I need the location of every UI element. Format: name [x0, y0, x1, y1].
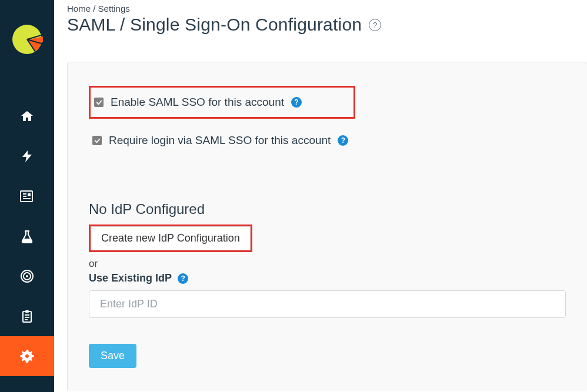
idp-id-input[interactable]: [89, 290, 566, 318]
breadcrumb: Home / Settings: [67, 4, 587, 14]
page-title-row: SAML / Single Sign-On Configuration: [67, 15, 587, 35]
check-icon: [96, 99, 102, 106]
home-icon: [20, 109, 34, 123]
page-title: SAML / Single Sign-On Configuration: [67, 15, 362, 35]
breadcrumb-home[interactable]: Home: [67, 4, 91, 14]
save-button[interactable]: Save: [89, 344, 136, 368]
use-existing-row: Use Existing IdP: [89, 272, 566, 284]
gear-icon: [19, 349, 35, 364]
check-icon: [94, 138, 101, 144]
use-existing-label: Use Existing IdP: [89, 272, 172, 284]
enable-saml-help-icon[interactable]: [291, 97, 302, 108]
saml-config-panel: Enable SAML SSO for this account Require…: [67, 62, 587, 391]
sidebar: [0, 0, 54, 392]
lightning-icon: [20, 149, 34, 163]
require-saml-help-icon[interactable]: [338, 135, 348, 146]
nav-item-labs[interactable]: [0, 216, 54, 256]
require-saml-checkbox[interactable]: [92, 136, 102, 145]
no-idp-heading: No IdP Configured: [89, 201, 566, 217]
nav-item-clipboard[interactable]: [0, 296, 54, 336]
nav-item-home[interactable]: [0, 96, 54, 136]
svg-rect-6: [28, 193, 31, 196]
enable-saml-label: Enable SAML SSO for this account: [111, 96, 284, 109]
page-title-help-icon[interactable]: [369, 19, 381, 31]
svg-point-17: [25, 354, 29, 358]
enable-saml-checkbox[interactable]: [94, 98, 104, 107]
breadcrumb-settings[interactable]: Settings: [98, 4, 130, 14]
svg-rect-13: [25, 310, 29, 313]
create-idp-button[interactable]: Create new IdP Configuration: [89, 225, 252, 252]
enable-saml-row: Enable SAML SSO for this account: [89, 86, 355, 119]
flask-icon: [20, 229, 34, 243]
svg-point-11: [26, 275, 28, 277]
nav-item-activity[interactable]: [0, 136, 54, 176]
or-text: or: [89, 258, 566, 270]
breadcrumb-sep: /: [91, 4, 98, 14]
nav-item-target[interactable]: [0, 256, 54, 296]
clipboard-icon: [20, 309, 34, 323]
app-logo: [11, 24, 43, 55]
require-saml-label: Require login via SAML SSO for this acco…: [109, 134, 331, 147]
require-saml-row: Require login via SAML SSO for this acco…: [89, 134, 566, 147]
nav-item-news[interactable]: [0, 176, 54, 216]
use-existing-help-icon[interactable]: [178, 273, 188, 284]
nav-item-settings[interactable]: [0, 336, 54, 376]
target-icon: [19, 269, 35, 284]
main-content: Home / Settings SAML / Single Sign-On Co…: [54, 0, 587, 392]
newspaper-icon: [19, 189, 35, 204]
